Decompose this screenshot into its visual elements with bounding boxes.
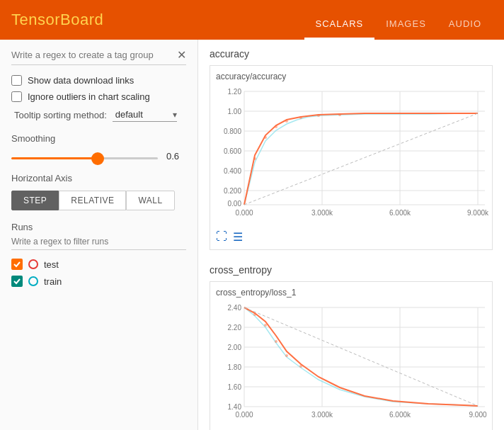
cross-entropy-section: cross_entropy cross_entropy/loss_1 xyxy=(210,264,493,430)
run-circle-train xyxy=(28,276,38,286)
run-checkbox-train[interactable] xyxy=(11,276,23,287)
smoothing-value: 0.6 xyxy=(166,151,186,162)
svg-point-54 xyxy=(285,354,288,357)
tooltip-select-wrapper: default ascending descending nearest ▾ xyxy=(113,108,177,122)
smoothing-slider-wrap xyxy=(11,151,158,162)
tooltip-select[interactable]: default ascending descending nearest xyxy=(113,108,177,122)
accuracy-section-title: accuracy xyxy=(210,48,493,60)
svg-text:0.000: 0.000 xyxy=(235,209,253,217)
horizontal-axis-section: Horizontal Axis STEP RELATIVE WALL xyxy=(11,173,186,210)
accuracy-chart-area: 1.20 1.00 0.800 0.600 0.400 0.200 0.00 0… xyxy=(216,84,486,226)
svg-text:1.60: 1.60 xyxy=(228,383,242,391)
svg-point-23 xyxy=(253,157,256,160)
tag-group-input[interactable] xyxy=(11,50,177,60)
svg-text:0.800: 0.800 xyxy=(224,128,241,135)
tab-audio[interactable]: AUDIO xyxy=(437,0,493,40)
tab-scalars[interactable]: SCALARS xyxy=(304,0,375,40)
svg-point-53 xyxy=(275,340,277,343)
main-layout: ✕ Show data download links Ignore outlie… xyxy=(0,40,504,430)
nav-tabs: SCALARS IMAGES AUDIO xyxy=(304,0,493,40)
runs-section: Runs test train xyxy=(11,222,186,287)
svg-point-51 xyxy=(253,313,256,316)
ignore-outliers-label: Ignore outliers in chart scaling xyxy=(28,91,150,102)
svg-text:6.000k: 6.000k xyxy=(389,209,411,217)
tooltip-label: Tooltip sorting method: xyxy=(14,110,107,120)
cross-entropy-svg: 2.40 2.20 2.00 1.80 1.60 1.40 0.000 3.00… xyxy=(216,300,492,430)
show-data-checkbox[interactable] xyxy=(11,75,22,86)
run-label-test: test xyxy=(44,259,59,270)
svg-point-29 xyxy=(338,113,341,116)
axis-step-button[interactable]: STEP xyxy=(11,191,59,210)
logo-text1: Tensor xyxy=(11,11,60,28)
run-label-train: train xyxy=(44,276,62,287)
sidebar: ✕ Show data download links Ignore outlie… xyxy=(0,40,198,430)
svg-point-28 xyxy=(317,114,320,117)
svg-text:2.20: 2.20 xyxy=(228,324,242,332)
svg-point-24 xyxy=(264,136,267,139)
accuracy-expand-icon[interactable]: ⛶ xyxy=(216,230,227,244)
close-icon[interactable]: ✕ xyxy=(177,48,186,62)
svg-point-52 xyxy=(264,324,267,327)
svg-text:1.20: 1.20 xyxy=(228,88,242,96)
runs-title: Runs xyxy=(11,222,186,232)
accuracy-section: accuracy accuracy/accuracy xyxy=(210,48,493,250)
svg-point-55 xyxy=(299,365,302,368)
svg-text:1.40: 1.40 xyxy=(228,403,242,411)
accuracy-chart-toolbar: ⛶ ☰ xyxy=(216,230,486,244)
svg-text:2.40: 2.40 xyxy=(228,304,242,312)
cross-entropy-chart-area: 2.40 2.20 2.00 1.80 1.60 1.40 0.000 3.00… xyxy=(216,300,486,430)
show-data-row: Show data download links xyxy=(11,75,186,86)
runs-filter-input[interactable] xyxy=(11,235,186,250)
axis-relative-button[interactable]: RELATIVE xyxy=(59,191,126,210)
axis-buttons: STEP RELATIVE WALL xyxy=(11,191,186,210)
tab-images[interactable]: IMAGES xyxy=(374,0,437,40)
smoothing-slider[interactable] xyxy=(11,157,158,159)
accuracy-svg: 1.20 1.00 0.800 0.600 0.400 0.200 0.00 0… xyxy=(216,84,492,226)
svg-text:2.00: 2.00 xyxy=(228,344,242,351)
svg-point-26 xyxy=(285,120,288,123)
svg-text:9.000: 9.000 xyxy=(469,411,486,419)
svg-line-22 xyxy=(244,113,478,205)
svg-text:0.200: 0.200 xyxy=(224,187,241,195)
cross-entropy-inner-title: cross_entropy/loss_1 xyxy=(216,288,486,298)
app-logo: TensorBoard xyxy=(11,11,304,29)
ignore-outliers-checkbox[interactable] xyxy=(11,91,22,102)
tooltip-row: Tooltip sorting method: default ascendin… xyxy=(11,108,186,122)
search-box: ✕ xyxy=(11,48,186,65)
smoothing-row: 0.6 xyxy=(11,151,186,162)
ignore-outliers-row: Ignore outliers in chart scaling xyxy=(11,91,186,102)
svg-point-27 xyxy=(299,116,302,119)
run-item-train: train xyxy=(11,276,186,287)
run-circle-test xyxy=(28,259,38,269)
accuracy-inner-title: accuracy/accuracy xyxy=(216,72,486,81)
svg-text:3.000k: 3.000k xyxy=(311,411,333,419)
run-item-test: test xyxy=(11,259,186,270)
svg-text:3.000k: 3.000k xyxy=(311,209,333,217)
main-content: accuracy accuracy/accuracy xyxy=(198,40,504,430)
accuracy-chart-card: accuracy/accuracy xyxy=(210,65,493,250)
accuracy-menu-icon[interactable]: ☰ xyxy=(233,230,243,244)
horizontal-axis-title: Horizontal Axis xyxy=(11,173,186,183)
cross-entropy-chart-card: cross_entropy/loss_1 xyxy=(210,281,493,430)
svg-line-50 xyxy=(244,307,478,406)
svg-text:6.000k: 6.000k xyxy=(389,411,411,419)
svg-text:9.000k: 9.000k xyxy=(467,209,489,217)
header: TensorBoard SCALARS IMAGES AUDIO xyxy=(0,0,504,40)
svg-text:0.00: 0.00 xyxy=(228,200,242,208)
svg-text:0.600: 0.600 xyxy=(224,147,241,155)
logo-text2: Board xyxy=(60,11,103,28)
smoothing-title: Smoothing xyxy=(11,133,186,144)
axis-wall-button[interactable]: WALL xyxy=(126,191,174,210)
svg-text:0.400: 0.400 xyxy=(224,167,241,175)
svg-text:1.80: 1.80 xyxy=(228,363,242,371)
svg-point-25 xyxy=(275,125,277,128)
run-checkbox-test[interactable] xyxy=(11,259,23,270)
show-data-label: Show data download links xyxy=(28,75,134,86)
svg-text:0.000: 0.000 xyxy=(235,411,253,419)
cross-entropy-section-title: cross_entropy xyxy=(210,264,493,276)
svg-text:1.00: 1.00 xyxy=(228,108,242,115)
